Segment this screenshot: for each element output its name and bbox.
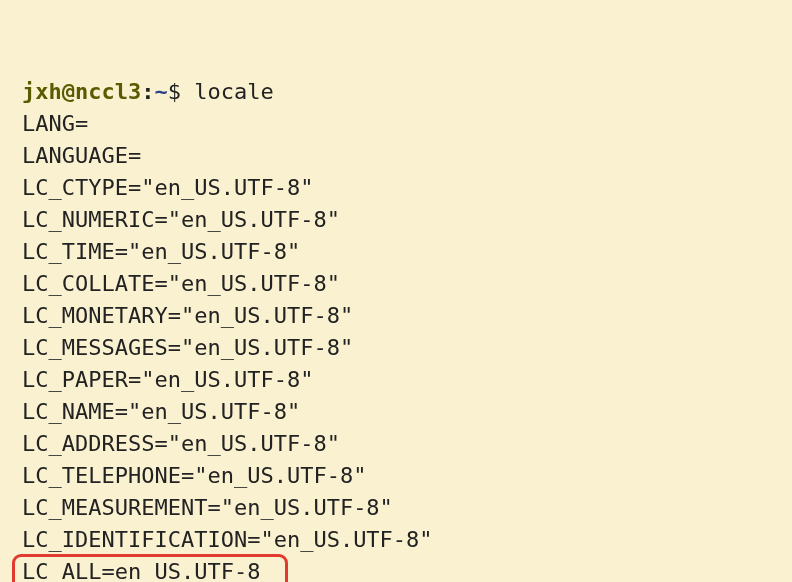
output-line: LC_CTYPE="en_US.UTF-8"	[22, 172, 770, 204]
output-line: LC_MESSAGES="en_US.UTF-8"	[22, 332, 770, 364]
prompt-dollar: $	[168, 79, 195, 104]
prompt-line: jxh@nccl3:~$ locale	[22, 76, 770, 108]
prompt-user-host: jxh@nccl3	[22, 79, 141, 104]
output-line-text: LC_ALL=en_US.UTF-8	[22, 559, 260, 582]
prompt-colon: :	[141, 79, 154, 104]
prompt-cwd: ~	[154, 79, 167, 104]
output-line: LANG=	[22, 108, 770, 140]
output-line: LC_IDENTIFICATION="en_US.UTF-8"	[22, 524, 770, 556]
prompt-command: locale	[194, 79, 273, 104]
output-line: LC_ADDRESS="en_US.UTF-8"	[22, 428, 770, 460]
output-line: LANGUAGE=	[22, 140, 770, 172]
output-line: LC_TIME="en_US.UTF-8"	[22, 236, 770, 268]
output-line: LC_COLLATE="en_US.UTF-8"	[22, 268, 770, 300]
output-line: LC_NAME="en_US.UTF-8"	[22, 396, 770, 428]
output-line: LC_TELEPHONE="en_US.UTF-8"	[22, 460, 770, 492]
terminal-block: jxh@nccl3:~$ localeLANG=LANGUAGE=LC_CTYP…	[0, 0, 792, 582]
output-line: LC_MEASUREMENT="en_US.UTF-8"	[22, 492, 770, 524]
output-line: LC_PAPER="en_US.UTF-8"	[22, 364, 770, 396]
highlighted-output-line: LC_ALL=en_US.UTF-8	[22, 556, 770, 582]
output-line: LC_MONETARY="en_US.UTF-8"	[22, 300, 770, 332]
output-line: LC_NUMERIC="en_US.UTF-8"	[22, 204, 770, 236]
